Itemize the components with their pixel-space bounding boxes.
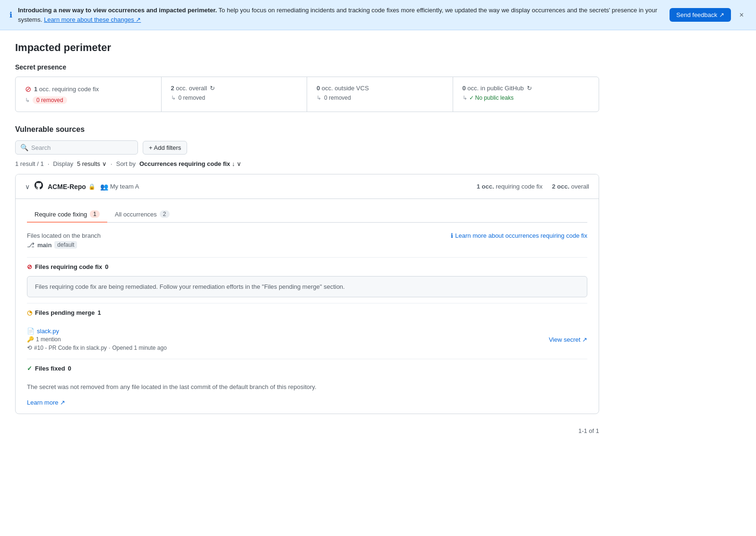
occ-overall-label: 2 occ. overall	[552, 183, 589, 190]
branch-icon: ⎇	[27, 241, 34, 249]
tabs: Require code fixing 1 All occurrences 2	[27, 207, 587, 223]
branch-name: main	[37, 242, 52, 249]
sort-dropdown[interactable]: Occurrences requiring code fix ↓ ∨	[139, 160, 241, 167]
sort-by-label: Sort by	[116, 160, 136, 167]
card3-removed: ↳ 0 removed	[317, 95, 443, 101]
banner-text: Introducing a new way to view occurrence…	[18, 6, 664, 24]
warning-circle-icon: ⊘	[25, 85, 31, 94]
card4-label: 0 occ. in public GitHub ↻	[463, 85, 590, 92]
separator: ·	[48, 160, 50, 167]
files-on-branch-label: Files located on the branch	[27, 232, 101, 239]
card1-removed: ↳ 0 removed	[25, 96, 152, 104]
file-row-left: 📄 slack.py 🔑 1 mention ⟲ #10 - PR Code f…	[27, 328, 544, 351]
learn-more-link[interactable]: Learn more ↗	[27, 399, 587, 406]
card1-label: ⊘ 1 occ. requiring code fix	[25, 85, 152, 94]
chevron-collapse-icon[interactable]: ∨	[25, 183, 30, 190]
branch-info-row: Files located on the branch ⎇ main defau…	[27, 232, 587, 249]
tab-count-1: 1	[90, 210, 100, 218]
card4-count: 0	[463, 85, 466, 92]
refresh-icon[interactable]: ↻	[210, 85, 215, 92]
removed-arrow-icon-3: ↳	[317, 95, 321, 101]
tab-count-2: 2	[160, 210, 170, 218]
card2-label: 2 occ. overall ↻	[171, 85, 298, 92]
file-meta: 🔑 1 mention	[27, 336, 544, 343]
add-filters-button[interactable]: + Add filters	[143, 141, 187, 155]
occ-requiring-label: 1 occ. requiring code fix	[477, 183, 542, 190]
display-dropdown[interactable]: 5 results ∨	[77, 160, 107, 167]
card3-count: 0	[317, 85, 320, 92]
search-input[interactable]	[31, 144, 133, 151]
secret-presence-grid: ⊘ 1 occ. requiring code fix ↳ 0 removed …	[15, 77, 599, 112]
pr-row: ⟲ #10 - PR Code fix in slack.py · Opened…	[27, 344, 544, 351]
chevron-down-icon: ∨	[102, 160, 107, 167]
tab-all-occurrences[interactable]: All occurrences 2	[107, 207, 177, 223]
learn-more-occurrences-link[interactable]: ℹ Learn more about occurrences requiring…	[451, 232, 587, 239]
repo-card-body: Require code fixing 1 All occurrences 2 …	[16, 199, 599, 414]
warning-icon: ⊘	[27, 263, 32, 270]
card2-removed: ↳ 0 removed	[171, 95, 298, 101]
card2-count: 2	[171, 85, 174, 92]
repo-header-left: ∨ ACME-Repo 🔒 👥 My team A	[25, 181, 477, 192]
page-title: Impacted perimeter	[15, 42, 599, 54]
search-input-wrapper[interactable]: 🔍	[15, 140, 138, 155]
github-icon	[34, 181, 43, 192]
branch-info-left: Files located on the branch ⎇ main defau…	[27, 232, 101, 249]
files-requiring-code-fix-heading: ⊘ Files requiring code fix 0	[27, 257, 587, 276]
repo-header-right: 1 occ. requiring code fix 2 occ. overall	[477, 183, 589, 190]
view-secret-button[interactable]: View secret ↗	[549, 336, 587, 343]
pending-circle-icon: ◔	[27, 309, 32, 316]
file-name: 📄 slack.py	[27, 328, 544, 335]
secret-presence-title: Secret presence	[15, 63, 599, 71]
secret-card-public-github: 0 occ. in public GitHub ↻ ↳ ✓ No public …	[453, 77, 599, 112]
results-sort-row: 1 result / 1 · Display 5 results ∨ · Sor…	[15, 160, 599, 167]
repo-card-header: ∨ ACME-Repo 🔒 👥 My team A 1 oc	[16, 174, 599, 199]
key-icon: 🔑	[27, 336, 34, 343]
removed-arrow-icon-4: ↳	[463, 95, 467, 101]
info-icon: ℹ	[9, 10, 12, 19]
display-label: Display	[53, 160, 73, 167]
vulnerable-sources-section: Vulnerable sources 🔍 + Add filters 1 res…	[15, 125, 599, 440]
team-badge: 👥 My team A	[100, 183, 139, 190]
separator-2: ·	[111, 160, 112, 167]
team-icon: 👥	[100, 183, 108, 190]
removed-badge: 0 removed	[33, 96, 67, 104]
success-check-icon: ✓	[27, 365, 32, 372]
secret-card-requiring-code-fix: ⊘ 1 occ. requiring code fix ↳ 0 removed	[16, 77, 162, 112]
files-fixed-heading: ✓ Files fixed 0	[27, 359, 587, 378]
banner-bold-text: Introducing a new way to view occurrence…	[18, 7, 217, 14]
card1-count: 1 occ. requiring code fix	[34, 86, 99, 93]
secret-card-outside-vcs: 0 occ. outside VCS ↳ 0 removed	[307, 77, 453, 112]
removed-arrow-icon: ↳	[25, 97, 30, 104]
close-banner-button[interactable]: ×	[737, 10, 747, 20]
secret-card-overall: 2 occ. overall ↻ ↳ 0 removed	[162, 77, 308, 112]
files-fixed-info: The secret was not removed from any file…	[27, 378, 587, 396]
vulnerable-sources-title: Vulnerable sources	[15, 125, 599, 134]
announcement-banner: ℹ Introducing a new way to view occurren…	[0, 0, 756, 30]
repo-card: ∨ ACME-Repo 🔒 👥 My team A 1 oc	[15, 174, 599, 414]
info-circle-icon: ℹ	[451, 232, 453, 239]
search-icon: 🔍	[20, 144, 28, 151]
default-badge: default	[54, 241, 77, 249]
files-pending-merge-heading: ◔ Files pending merge 1	[27, 303, 587, 322]
refresh-icon-2[interactable]: ↻	[527, 85, 532, 92]
lock-icon: 🔒	[88, 183, 95, 190]
chevron-down-icon-2: ∨	[237, 160, 241, 167]
search-filter-row: 🔍 + Add filters	[15, 140, 599, 155]
branch-line: ⎇ main default	[27, 241, 101, 249]
banner-learn-more-link[interactable]: Learn more about these changes ↗	[44, 16, 141, 23]
files-requiring-code-fix-info: Files requiring code fix are being remed…	[27, 276, 587, 297]
removed-arrow-icon-2: ↳	[171, 95, 176, 101]
card4-no-leaks: ↳ ✓ No public leaks	[463, 95, 590, 101]
pagination-label: 1-1 of 1	[578, 427, 599, 434]
file-icon: 📄	[27, 328, 34, 335]
send-feedback-button[interactable]: Send feedback ↗	[670, 8, 730, 22]
pr-icon: ⟲	[27, 344, 32, 351]
check-circle-icon: ✓	[469, 95, 474, 101]
file-row: 📄 slack.py 🔑 1 mention ⟲ #10 - PR Code f…	[27, 322, 587, 357]
results-count: 1 result / 1	[15, 160, 44, 167]
repo-name: ACME-Repo 🔒	[48, 183, 95, 190]
pagination-row: 1-1 of 1	[15, 422, 599, 440]
card3-label: 0 occ. outside VCS	[317, 85, 443, 92]
tab-require-code-fixing[interactable]: Require code fixing 1	[27, 207, 107, 223]
